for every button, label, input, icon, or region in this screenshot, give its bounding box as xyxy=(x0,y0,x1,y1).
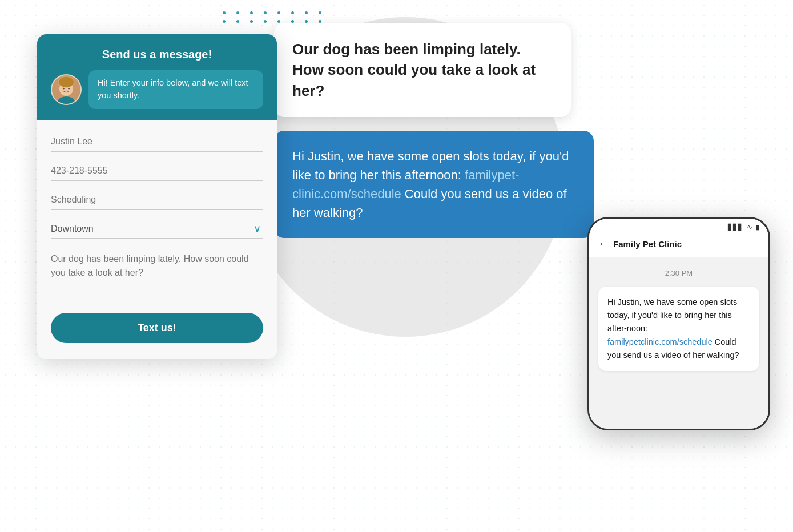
name-field[interactable] xyxy=(51,132,263,152)
location-dropdown-wrapper[interactable]: Downtown Uptown Eastside ∨ xyxy=(51,219,263,239)
svg-point-6 xyxy=(68,88,70,90)
message-timestamp: 2:30 PM xyxy=(598,269,759,277)
phone-status-bar: ▋▋▋ ∿ ▮ xyxy=(589,219,768,233)
phone-field[interactable] xyxy=(51,161,263,181)
contact-widget-card: Send us a message! xyxy=(37,34,277,359)
chat-area: Our dog has been limping lately. How soo… xyxy=(274,23,605,238)
message-field[interactable] xyxy=(51,248,263,301)
clinic-name: Family Pet Clinic xyxy=(613,239,682,249)
widget-greeting-bubble: Hi! Enter your info below, and we will t… xyxy=(88,70,263,109)
wifi-icon: ∿ xyxy=(747,223,752,231)
avatar xyxy=(51,74,82,105)
text-us-button[interactable]: Text us! xyxy=(51,313,263,343)
phone-input[interactable] xyxy=(51,161,263,181)
signal-icon: ▋▋▋ xyxy=(728,224,743,231)
customer-message-bubble: Our dog has been limping lately. How soo… xyxy=(274,23,571,117)
widget-title: Send us a message! xyxy=(51,48,263,61)
widget-form: Downtown Uptown Eastside ∨ Text us! xyxy=(37,120,277,359)
decorative-dots-top xyxy=(223,11,327,23)
phone-header: ← Family Pet Clinic xyxy=(589,233,768,257)
phone-message-link[interactable]: familypetclinic.com/schedule xyxy=(607,337,713,346)
topic-input[interactable] xyxy=(51,190,263,210)
message-textarea[interactable] xyxy=(51,248,263,299)
response-message-bubble: Hi Justin, we have some open slots today… xyxy=(274,131,594,238)
svg-point-3 xyxy=(59,77,74,88)
phone-body: 2:30 PM Hi Justin, we have some open slo… xyxy=(589,257,768,429)
phone-message-bubble: Hi Justin, we have some open slots today… xyxy=(598,287,759,371)
location-select[interactable]: Downtown Uptown Eastside xyxy=(51,219,263,239)
response-text-part1: Hi Justin, we have some open slots today… xyxy=(292,149,569,182)
battery-icon: ▮ xyxy=(756,224,759,231)
phone-mockup: ▋▋▋ ∿ ▮ ← Family Pet Clinic 2:30 PM Hi J… xyxy=(587,217,770,430)
location-field[interactable]: Downtown Uptown Eastside ∨ xyxy=(51,219,263,239)
phone-message-part1: Hi Justin, we have some open slots today… xyxy=(607,297,737,333)
topic-field[interactable] xyxy=(51,190,263,210)
widget-header: Send us a message! xyxy=(37,34,277,120)
name-input[interactable] xyxy=(51,132,263,152)
svg-point-5 xyxy=(63,88,65,90)
back-arrow-icon[interactable]: ← xyxy=(598,238,609,250)
widget-message-row: Hi! Enter your info below, and we will t… xyxy=(51,70,263,109)
